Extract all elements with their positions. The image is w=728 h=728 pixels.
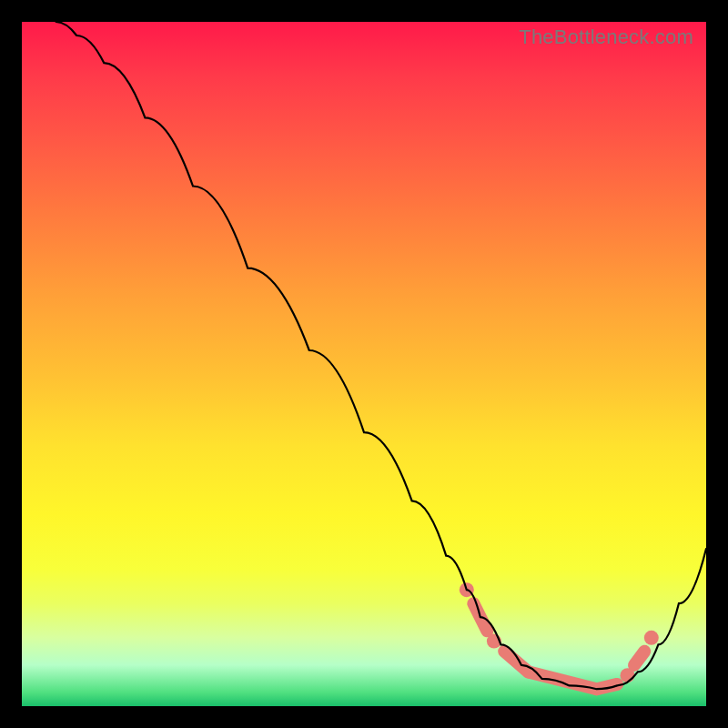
marker-segment bbox=[634, 652, 644, 665]
chart-plot-area: TheBottleneck.com bbox=[22, 22, 706, 706]
data-curve bbox=[56, 22, 706, 689]
marker-dot bbox=[644, 631, 659, 645]
chart-frame: TheBottleneck.com bbox=[0, 0, 728, 728]
chart-svg bbox=[22, 22, 706, 706]
bead-markers bbox=[460, 582, 659, 689]
